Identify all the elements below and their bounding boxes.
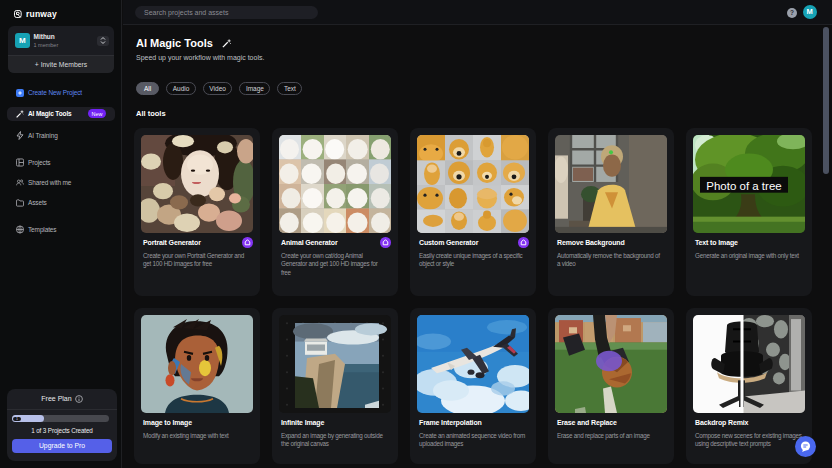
svg-text:Photo of a tree: Photo of a tree bbox=[706, 179, 781, 192]
